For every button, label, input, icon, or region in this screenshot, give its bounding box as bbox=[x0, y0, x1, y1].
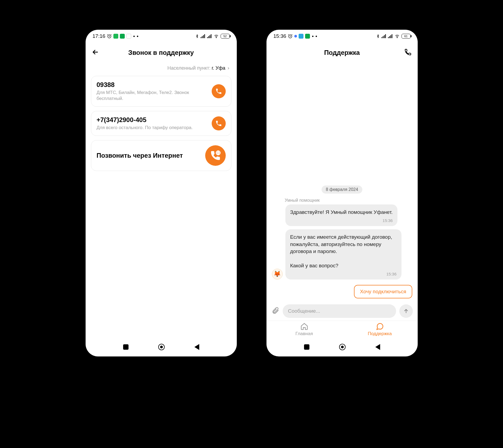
message-time: 15:36 bbox=[290, 271, 397, 277]
svg-rect-1 bbox=[201, 37, 201, 38]
location-selector[interactable]: Населенный пункт: г. Уфа bbox=[86, 63, 237, 76]
svg-rect-3 bbox=[203, 35, 204, 38]
nav-back-button[interactable] bbox=[375, 344, 380, 350]
status-time: 17:16 bbox=[93, 33, 106, 39]
svg-rect-13 bbox=[383, 36, 383, 38]
alarm-icon bbox=[288, 34, 293, 39]
back-button[interactable] bbox=[92, 48, 99, 57]
nav-home-button[interactable] bbox=[158, 344, 165, 350]
paperclip-icon bbox=[271, 306, 279, 315]
status-more-icon bbox=[312, 36, 313, 37]
battery-icon: 61 bbox=[401, 34, 411, 39]
call-button[interactable] bbox=[212, 116, 226, 130]
message-bubble: Здравствуйте! Я Умный помощник Уфанет. 1… bbox=[285, 204, 398, 226]
android-nav-bar bbox=[266, 338, 418, 356]
tab-label: Поддержка bbox=[368, 331, 392, 336]
location-label: Населенный пункт: bbox=[167, 65, 211, 71]
message-bubble: Если у вас имеется действующий договор, … bbox=[285, 229, 401, 279]
tab-home[interactable]: Главная bbox=[266, 322, 342, 336]
status-more-icon bbox=[133, 36, 135, 37]
chevron-right-icon bbox=[227, 66, 230, 70]
signal-icon bbox=[201, 34, 205, 38]
phone-number: 09388 bbox=[97, 81, 208, 89]
message-input[interactable]: Сообщение... bbox=[283, 304, 396, 318]
svg-rect-7 bbox=[210, 35, 210, 38]
status-time: 15:36 bbox=[274, 33, 286, 39]
wifi-icon bbox=[394, 34, 400, 38]
bot-avatar: 🦊 bbox=[272, 269, 283, 279]
android-nav-bar bbox=[86, 338, 237, 356]
screen-header: Звонок в поддержку bbox=[86, 43, 237, 63]
bluetooth-icon bbox=[195, 34, 199, 39]
message-time: 15:36 bbox=[290, 218, 393, 223]
date-separator: 8 февраля 2024 bbox=[322, 186, 363, 194]
phone-globe-icon bbox=[210, 150, 221, 161]
phone-description: Для МТС, Билайн, Мегафон, Теле2. Звонок … bbox=[97, 90, 208, 102]
svg-point-9 bbox=[216, 37, 217, 38]
status-app-icon bbox=[305, 34, 310, 39]
arrow-up-icon bbox=[403, 308, 409, 314]
status-dot-icon bbox=[294, 35, 297, 38]
message-row: 🦊 Если у вас имеется действующий договор… bbox=[272, 229, 412, 279]
phone-card-full[interactable]: +7(347)2900-405 Для всего остального. По… bbox=[91, 111, 231, 136]
internet-call-button[interactable] bbox=[205, 145, 226, 166]
wifi-icon bbox=[214, 34, 219, 38]
nav-back-button[interactable] bbox=[194, 344, 199, 350]
call-support-button[interactable] bbox=[404, 48, 412, 57]
phone-card-short[interactable]: 09388 Для МТС, Билайн, Мегафон, Теле2. З… bbox=[91, 76, 231, 107]
signal-icon bbox=[207, 34, 212, 38]
message-row: Здравствуйте! Я Умный помощник Уфанет. 1… bbox=[272, 204, 412, 226]
phone-number: +7(347)2900-405 bbox=[97, 116, 208, 124]
phone-support-chat: 15:36 61 Поддержка 8 февраля 2024 Умный … bbox=[266, 30, 418, 356]
bluetooth-icon bbox=[376, 34, 380, 39]
page-title: Звонок в поддержку bbox=[128, 49, 194, 56]
chat-icon bbox=[376, 322, 384, 331]
svg-rect-6 bbox=[208, 36, 209, 38]
svg-rect-17 bbox=[389, 36, 390, 38]
status-app-icon bbox=[299, 34, 303, 39]
phone-icon bbox=[215, 120, 222, 127]
status-app-icon bbox=[126, 34, 131, 39]
tab-label: Главная bbox=[295, 331, 313, 336]
phone-description: Для всего остального. По тарифу оператор… bbox=[97, 125, 208, 131]
call-button[interactable] bbox=[212, 84, 226, 98]
phone-icon bbox=[404, 48, 412, 56]
nav-recents-button[interactable] bbox=[304, 344, 309, 350]
nav-home-button[interactable] bbox=[339, 344, 346, 350]
message-text: Здравствуйте! Я Умный помощник Уфанет. bbox=[290, 209, 393, 215]
status-app-icon bbox=[120, 34, 125, 39]
signal-icon bbox=[388, 34, 393, 38]
message-text: Если у вас имеется действующий договор, … bbox=[290, 234, 392, 268]
svg-rect-12 bbox=[382, 37, 382, 38]
home-icon bbox=[300, 322, 308, 331]
svg-rect-2 bbox=[202, 36, 202, 38]
status-bar: 15:36 61 bbox=[266, 30, 418, 43]
tab-support[interactable]: Поддержка bbox=[342, 322, 418, 336]
svg-rect-5 bbox=[207, 37, 208, 38]
status-bar: 17:16 52 bbox=[86, 30, 237, 43]
status-more-icon bbox=[316, 36, 317, 37]
svg-rect-19 bbox=[391, 34, 392, 38]
internet-call-label: Позвонить через Интернет bbox=[97, 151, 201, 160]
attach-button[interactable] bbox=[271, 306, 279, 316]
send-button[interactable] bbox=[399, 304, 413, 318]
svg-rect-15 bbox=[385, 34, 386, 38]
quick-reply-button[interactable]: Хочу подключиться bbox=[354, 285, 412, 298]
internet-call-card[interactable]: Позвонить через Интернет bbox=[91, 140, 231, 171]
alarm-icon bbox=[107, 34, 112, 39]
nav-recents-button[interactable] bbox=[123, 344, 129, 350]
screen-header: Поддержка bbox=[266, 43, 418, 63]
sender-label: Умный помощник bbox=[285, 198, 412, 203]
phone-icon bbox=[215, 88, 222, 95]
svg-rect-14 bbox=[384, 35, 385, 38]
svg-rect-18 bbox=[390, 35, 391, 38]
status-more-icon bbox=[137, 36, 138, 37]
bottom-tab-bar: Главная Поддержка bbox=[266, 321, 418, 338]
message-placeholder: Сообщение... bbox=[288, 308, 320, 314]
signal-icon bbox=[382, 34, 386, 38]
svg-rect-4 bbox=[204, 34, 205, 38]
message-composer: Сообщение... bbox=[266, 303, 418, 321]
phone-call-support: 17:16 52 Звонок в поддержку Населенный п… bbox=[86, 30, 237, 356]
svg-rect-8 bbox=[211, 34, 211, 38]
battery-icon: 52 bbox=[221, 34, 230, 39]
